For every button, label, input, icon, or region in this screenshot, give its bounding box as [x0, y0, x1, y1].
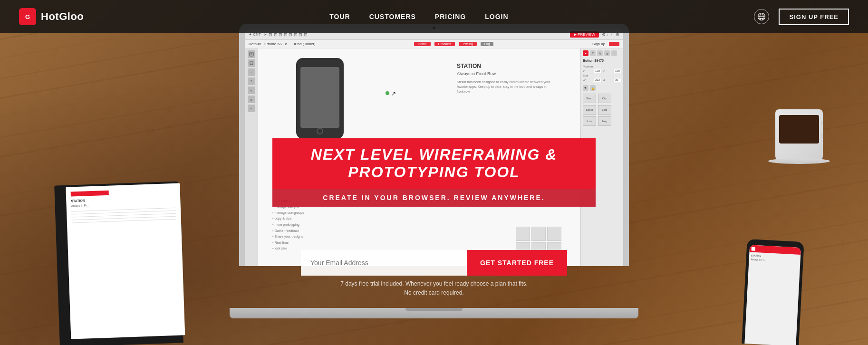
- screen-tool-2: [248, 59, 255, 67]
- screen-tool-6: ⊕: [248, 96, 255, 103]
- panel-icon-lock: 🔒: [590, 85, 596, 91]
- wireframe-grid-cell: [531, 227, 546, 241]
- panel-title: Button $9475: [583, 59, 621, 62]
- trial-text: 7 days free trial included. Whenever you…: [301, 279, 567, 297]
- panel-position-label: Position: [583, 65, 621, 68]
- shape-circle: Circ: [598, 94, 611, 103]
- panel-y-label: Y: [603, 70, 612, 73]
- logo-text: HotGloo: [41, 10, 84, 23]
- panel-shapes-row-1: Rect Circ: [583, 94, 621, 103]
- screen-nav-ipad: iPad (Tablet): [294, 42, 316, 46]
- nav-right: SIGN UP FREE: [754, 9, 849, 25]
- nav-link-pricing[interactable]: PRICING: [435, 13, 466, 20]
- panel-position-x-field: X 138 Y 100: [583, 69, 621, 73]
- list-item: • manage usergroups: [272, 210, 304, 216]
- signup-button[interactable]: SIGN UP FREE: [779, 9, 849, 25]
- nav-link-customers[interactable]: CUSTOMERS: [369, 13, 416, 20]
- screen-tool-3: ○: [248, 68, 255, 76]
- nav-links: TOUR CUSTOMERS PRICING LOGIN: [329, 13, 508, 20]
- panel-h-label: H: [603, 79, 612, 82]
- mobile-screen-content: STATION Always in Fr...: [749, 252, 800, 265]
- cup-coffee-liquid: [779, 115, 819, 144]
- screen-nav-btn2: ...: [609, 42, 619, 46]
- hero-overlay: NEXT LEVEL WIREFRAMING & PROTOTYPING TOO…: [272, 138, 596, 207]
- svg-text:G: G: [25, 13, 30, 20]
- panel-section-icons: ■ T ✎ ⊕ ↕: [583, 50, 621, 56]
- logo-area[interactable]: G HotGloo: [19, 8, 84, 25]
- wireframe-phone-home: [317, 128, 323, 134]
- cursor-indicator: ↗: [391, 90, 396, 97]
- screen-nav-bar: Default iPhone 6/7Fo... iPad (Tablet) Ho…: [245, 40, 623, 48]
- panel-section-position: Position X 138 Y 100 Size W 222: [583, 65, 621, 82]
- screen-nav-log: Log: [481, 42, 494, 46]
- wireframe-title: STATION: [457, 63, 552, 69]
- panel-section-title: Button $9475: [583, 59, 621, 62]
- svg-rect-7: [250, 52, 253, 56]
- screen-nav-products: Products: [434, 42, 455, 46]
- panel-x-label: X: [583, 70, 592, 73]
- wireframe-grid-cell: [516, 227, 530, 241]
- panel-x-value: 138: [594, 69, 601, 73]
- navbar: G HotGloo TOUR CUSTOMERS PRICING LOGIN S…: [0, 0, 868, 33]
- svg-rect-10: [250, 62, 253, 65]
- shape-icon: Icon: [583, 116, 596, 126]
- list-item: • Gather feedback: [272, 228, 304, 234]
- screen-nav-home: Home: [414, 42, 431, 46]
- logo-icon: G: [19, 8, 36, 25]
- shape-line: Line: [598, 105, 611, 115]
- hero-title: NEXT LEVEL WIREFRAMING & PROTOTYPING TOO…: [311, 146, 558, 181]
- wireframe-subtitle: Always in Front Row: [457, 71, 552, 76]
- mobile-phone: STATION Always in Fr...: [742, 239, 804, 345]
- panel-size-label: Size: [583, 74, 621, 77]
- wireframe-phone: [296, 58, 344, 139]
- nav-link-login[interactable]: LOGIN: [485, 13, 508, 20]
- email-area: GET STARTED FREE 7 days free trial inclu…: [301, 250, 567, 297]
- panel-icon-row-2: 👁 🔒: [583, 85, 621, 91]
- hero-subtitle-banner: CREATE IN YOUR BROWSER. REVIEW ANYWHERE.: [272, 189, 596, 207]
- panel-w-label: W: [583, 79, 592, 82]
- globe-icon[interactable]: [754, 9, 769, 24]
- notebook-content: STATION Always in Fr...: [66, 183, 181, 230]
- panel-icon-5: ↕: [611, 50, 617, 56]
- trial-line-2: No credit card required.: [301, 288, 567, 297]
- wireframe-phone-screen: [300, 67, 339, 128]
- panel-h-value: 30: [614, 78, 621, 82]
- notebook-lines: [71, 208, 176, 223]
- laptop-base-indent: [405, 308, 463, 311]
- panel-icon-3: ✎: [597, 50, 603, 56]
- hero-title-banner: NEXT LEVEL WIREFRAMING & PROTOTYPING TOO…: [272, 138, 596, 189]
- panel-icon-4: ⊕: [604, 50, 610, 56]
- panel-section-icons2: 👁 🔒: [583, 85, 621, 91]
- cup-handle: [821, 121, 823, 138]
- shape-label: Label: [583, 105, 596, 115]
- panel-icon-2: T: [590, 50, 596, 56]
- screen-tool-1: [248, 50, 255, 58]
- panel-shapes-section: Rect Circ Label Line Icon Img: [583, 94, 621, 126]
- screen-tool-7: ↔: [248, 105, 255, 112]
- screen-nav-pricing: Pricing: [459, 42, 476, 46]
- laptop-base: [230, 308, 638, 318]
- panel-y-value: 100: [614, 69, 621, 73]
- cta-button[interactable]: GET STARTED FREE: [467, 250, 567, 276]
- panel-icon-eye: 👁: [583, 85, 588, 91]
- mobile-phone-screen: STATION Always in Fr...: [744, 245, 801, 345]
- list-item: • copy & size: [272, 216, 304, 222]
- email-input[interactable]: [301, 250, 467, 276]
- list-item: • more prototyping: [272, 222, 304, 228]
- nav-link-tour[interactable]: TOUR: [329, 13, 350, 20]
- coffee-cup: [768, 95, 830, 162]
- notebook-brand-stripe: [71, 191, 109, 197]
- list-item: • Share your designs: [272, 234, 304, 240]
- screen-tool-5: ✎: [248, 86, 255, 94]
- notebook: STATION Always in Fr...: [54, 182, 183, 345]
- panel-icon-selected: ■: [583, 50, 588, 56]
- panel-shapes-row-3: Icon Img: [583, 116, 621, 126]
- list-item: • lock size: [272, 246, 304, 252]
- shape-img: Img: [598, 116, 611, 126]
- green-dot: [386, 91, 389, 95]
- wireframe-grid-cell: [547, 227, 561, 241]
- screen-nav-default: Default: [249, 42, 260, 46]
- panel-icon-row: ■ T ✎ ⊕ ↕: [583, 50, 621, 56]
- screen-tool-4: T: [248, 77, 255, 85]
- wireframe-body-text: Stellar has been designed to easily comm…: [457, 80, 552, 94]
